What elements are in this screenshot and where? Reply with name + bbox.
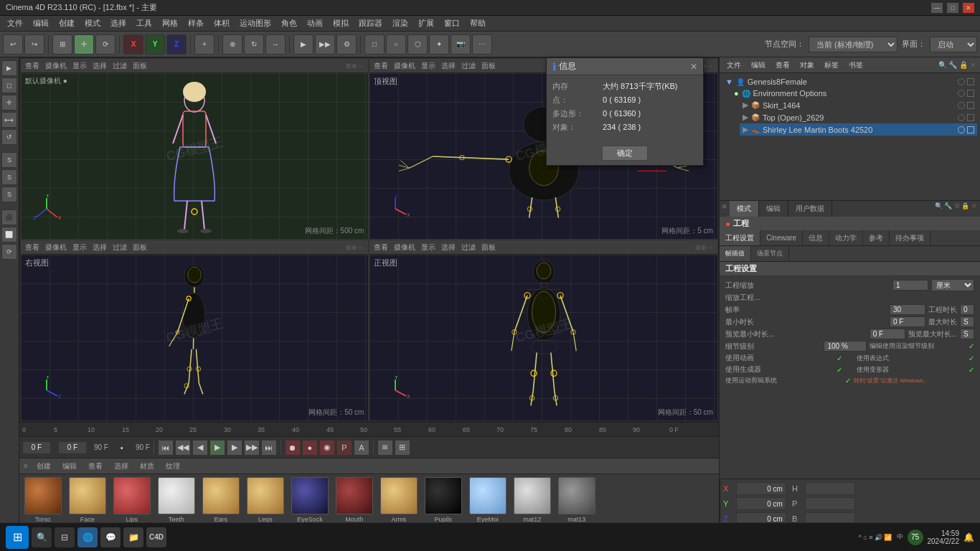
prop-use-motion-check[interactable]: ✓: [845, 377, 851, 385]
scene-env-vis[interactable]: [958, 90, 965, 97]
vp-f-panel[interactable]: 面板: [481, 242, 496, 253]
edge-app[interactable]: 🌐: [77, 527, 98, 547]
prop-value-fps[interactable]: 30: [890, 304, 925, 315]
menu-window[interactable]: 窗口: [440, 17, 464, 30]
viewport-perspective[interactable]: 查看 摄像机 显示 选择 过滤 面板 ⊞⊕↔: [20, 58, 369, 240]
coord-h-input[interactable]: [805, 482, 855, 495]
vp-t-filter[interactable]: 过滤: [461, 61, 476, 71]
render-settings-button[interactable]: ⚙: [336, 34, 357, 55]
coord-x-input[interactable]: [736, 482, 786, 495]
scene-tag-menu[interactable]: 标签: [821, 59, 842, 72]
menu-edit[interactable]: 编辑: [29, 17, 53, 30]
tr-record-scl[interactable]: ◉: [319, 440, 335, 456]
scale3d-button[interactable]: ↔: [265, 34, 286, 55]
mat-material[interactable]: 材质: [137, 460, 157, 473]
scene-file-menu[interactable]: 文件: [724, 59, 744, 72]
prop-value-proj-len[interactable]: 0: [960, 304, 974, 315]
scene-item-top[interactable]: ▶ 📦 Top (Open)_2629: [740, 111, 977, 123]
props-subtab-ref[interactable]: 参考: [863, 230, 890, 245]
node-space-dropdown[interactable]: 当前 (标准/物理): [809, 37, 897, 52]
prop-value-preview-min[interactable]: 0 F: [870, 329, 905, 339]
tr-next-key[interactable]: ▶: [227, 440, 242, 456]
scale-tool[interactable]: ⟳: [95, 34, 116, 55]
menu-tools[interactable]: 工具: [132, 17, 156, 30]
props-subsubtab-scenenode[interactable]: 场景节点: [751, 246, 789, 261]
menu-volume[interactable]: 体积: [209, 17, 234, 30]
mat-legs[interactable]: Legs: [245, 477, 286, 523]
close-button[interactable]: ✕: [963, 3, 974, 13]
prop-use-deform-check[interactable]: ✓: [969, 366, 974, 374]
info-dialog-close[interactable]: ✕: [690, 62, 697, 72]
redo-button[interactable]: ↪: [24, 34, 44, 55]
notification-icon[interactable]: 🔔: [963, 532, 974, 542]
maximize-button[interactable]: □: [947, 3, 958, 13]
tr-goto-start[interactable]: ⏮: [158, 440, 174, 456]
vp-r-display[interactable]: 显示: [72, 242, 87, 253]
tr-extra-btn[interactable]: ⊞: [395, 440, 410, 456]
mat-pupils[interactable]: Pupils: [423, 477, 464, 523]
scene-object-menu[interactable]: 对象: [797, 59, 817, 72]
prop-use-gen-check[interactable]: ✓: [837, 366, 842, 374]
info-confirm-button[interactable]: 确定: [602, 146, 648, 161]
coord-y-input[interactable]: [736, 497, 786, 510]
mat-select[interactable]: 选择: [111, 460, 131, 473]
select-all-button[interactable]: ⊞: [52, 34, 72, 55]
scene-item-lock-dot[interactable]: [967, 78, 974, 85]
mat-torso[interactable]: Torso: [22, 477, 64, 523]
prop-value-detail[interactable]: 100 %: [824, 341, 867, 352]
new-object-button[interactable]: +: [194, 34, 215, 55]
tr-prev-frame[interactable]: ◀◀: [175, 440, 191, 456]
vp-p-view[interactable]: 查看: [25, 61, 39, 71]
menu-help[interactable]: 帮助: [466, 17, 490, 30]
vp-t-select[interactable]: 选择: [441, 61, 456, 71]
mat-texture[interactable]: 纹理: [163, 460, 183, 473]
vp-t-display[interactable]: 显示: [421, 61, 435, 71]
scene-top-lock[interactable]: [967, 114, 974, 121]
vp-r-filter[interactable]: 过滤: [113, 242, 127, 253]
vp-f-filter[interactable]: 过滤: [461, 242, 476, 253]
mat-face[interactable]: Face: [67, 477, 108, 523]
interface-dropdown[interactable]: 启动: [930, 37, 977, 52]
menu-create[interactable]: 创建: [55, 17, 79, 30]
render-view-button[interactable]: ▶▶: [315, 34, 335, 55]
start-button[interactable]: ⊞: [6, 526, 29, 549]
props-tab-edit[interactable]: 编辑: [759, 201, 788, 217]
prop-unit-dropdown[interactable]: 厘米: [931, 279, 974, 291]
prop-use-expr-check[interactable]: ✓: [969, 354, 974, 362]
lp-tool10[interactable]: ⟳: [1, 244, 17, 260]
prop-value-project-scale[interactable]: 1: [892, 280, 928, 291]
axis-y-button[interactable]: Y: [145, 34, 165, 55]
search-button[interactable]: 🔍: [32, 527, 52, 547]
menu-extend[interactable]: 扩展: [414, 17, 438, 30]
scene-item-env[interactable]: ● 🌐 Environment Options: [731, 88, 977, 99]
vp-p-filter[interactable]: 过滤: [113, 61, 127, 71]
mat-edit[interactable]: 编辑: [60, 460, 80, 473]
tr-goto-end[interactable]: ⏭: [261, 440, 277, 456]
teams-app[interactable]: 💬: [100, 527, 121, 547]
lp-tool8[interactable]: ⬛: [1, 209, 17, 225]
tr-play[interactable]: ▶: [209, 440, 225, 456]
prop-value-preview-max[interactable]: S: [960, 329, 974, 339]
c4d-app[interactable]: C4D: [146, 527, 166, 547]
move-tool[interactable]: ✛: [74, 34, 94, 55]
prop-use-anim-check[interactable]: ✓: [837, 354, 842, 362]
props-subtab-settings[interactable]: 工程设置: [720, 230, 760, 245]
mat-mouth[interactable]: Mouth: [334, 477, 375, 523]
props-tab-mode[interactable]: 模式: [730, 201, 759, 217]
vp-r-camera[interactable]: 摄像机: [45, 242, 67, 253]
vp-r-view[interactable]: 查看: [25, 242, 39, 253]
vp-f-view[interactable]: 查看: [374, 242, 388, 253]
scene-skirt-vis[interactable]: [958, 102, 965, 109]
lp-tool5[interactable]: S: [1, 152, 17, 168]
mat-mat13[interactable]: mat13: [556, 477, 598, 523]
explorer-app[interactable]: 📁: [123, 527, 143, 547]
scene-item-boots[interactable]: ▶ 👞 Shirley Lee Martin Boots 42520: [740, 123, 977, 136]
cube-button[interactable]: □: [364, 34, 385, 55]
frame-current-input[interactable]: [58, 441, 87, 454]
undo-button[interactable]: ↩: [3, 34, 23, 55]
prop-value-max-time[interactable]: S: [960, 316, 974, 327]
scene-env-lock[interactable]: [967, 90, 974, 97]
menu-mesh[interactable]: 网格: [158, 17, 182, 30]
lp-arrow[interactable]: ▶: [1, 60, 17, 76]
scene-item-vis-dot[interactable]: [958, 78, 965, 85]
